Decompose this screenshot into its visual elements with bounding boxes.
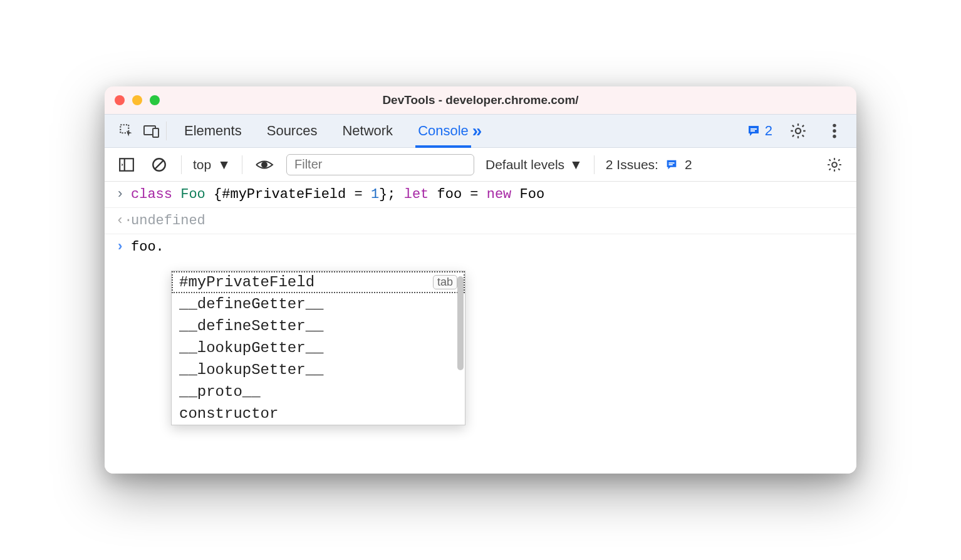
settings-gear-icon[interactable] xyxy=(787,120,809,142)
console-line: ‹·undefined xyxy=(105,208,856,234)
console-output: ›class Foo {#myPrivateField = 1}; let fo… xyxy=(105,182,856,474)
issues-summary[interactable]: 2 Issues: 2 xyxy=(606,157,692,172)
svg-point-13 xyxy=(262,162,267,167)
autocomplete-item-label: __lookupGetter__ xyxy=(179,340,323,356)
log-levels-selector[interactable]: Default levels ▼ xyxy=(486,157,583,172)
scope-label: top xyxy=(193,157,211,172)
chevron-down-icon: ▼ xyxy=(217,157,231,172)
tab-sources[interactable]: Sources xyxy=(267,115,318,147)
issues-label: 2 Issues: xyxy=(606,157,658,172)
more-options-icon[interactable] xyxy=(824,120,845,142)
tab-elements[interactable]: Elements xyxy=(184,115,242,147)
autocomplete-popup: #myPrivateFieldtab__defineGetter____defi… xyxy=(171,271,465,425)
svg-rect-15 xyxy=(668,164,672,165)
svg-point-8 xyxy=(833,135,836,138)
svg-rect-3 xyxy=(751,128,757,130)
console-line-content: class Foo {#myPrivateField = 1}; let foo… xyxy=(131,187,544,202)
autocomplete-item-label: __defineSetter__ xyxy=(179,318,323,334)
messages-count: 2 xyxy=(765,123,772,139)
toolbar-divider xyxy=(594,155,595,174)
panel-tabs: ElementsSourcesNetworkConsole xyxy=(184,115,469,147)
issues-count: 2 xyxy=(685,157,692,172)
issues-icon xyxy=(665,158,678,172)
window-title: DevTools - developer.chrome.com/ xyxy=(105,93,856,107)
autocomplete-item-label: #myPrivateField xyxy=(179,274,314,291)
autocomplete-item-label: __proto__ xyxy=(179,383,261,400)
filter-input[interactable] xyxy=(286,154,474,175)
execution-context-selector[interactable]: top ▼ xyxy=(193,157,231,172)
console-toolbar: top ▼ Default levels ▼ 2 Issues: 2 xyxy=(105,148,856,182)
svg-point-7 xyxy=(833,129,836,132)
more-tabs-button[interactable]: » xyxy=(472,121,482,141)
svg-rect-2 xyxy=(153,128,158,137)
live-expression-eye-icon[interactable] xyxy=(254,154,275,175)
toolbar-divider xyxy=(242,155,242,174)
levels-label: Default levels xyxy=(486,157,564,172)
autocomplete-item[interactable]: constructor xyxy=(172,403,465,425)
svg-line-12 xyxy=(155,160,164,169)
autocomplete-scrollbar[interactable] xyxy=(457,276,464,370)
autocomplete-item[interactable]: __lookupGetter__ xyxy=(172,337,465,359)
autocomplete-item[interactable]: __defineSetter__ xyxy=(172,315,465,337)
console-line-content[interactable]: foo. xyxy=(131,239,164,255)
console-settings-gear-icon[interactable] xyxy=(824,154,845,175)
chevron-down-icon: ▼ xyxy=(569,157,583,172)
svg-point-6 xyxy=(833,124,836,127)
autocomplete-item[interactable]: #myPrivateFieldtab xyxy=(172,271,465,293)
autocomplete-item-label: __defineGetter__ xyxy=(179,296,323,313)
device-toolbar-icon[interactable] xyxy=(141,120,162,142)
main-toolbar: ElementsSourcesNetworkConsole » 2 xyxy=(105,114,856,148)
tab-console[interactable]: Console xyxy=(418,115,469,147)
autocomplete-item[interactable]: __defineGetter__ xyxy=(172,293,465,315)
input-prompt-icon: › xyxy=(116,239,131,255)
toolbar-divider xyxy=(166,122,167,140)
console-line: ›foo. xyxy=(105,234,856,260)
autocomplete-item-label: constructor xyxy=(179,405,278,422)
svg-rect-4 xyxy=(751,130,755,132)
output-prompt-icon: ‹· xyxy=(116,213,131,229)
toggle-sidebar-icon[interactable] xyxy=(116,154,137,175)
svg-point-16 xyxy=(832,162,837,167)
titlebar: DevTools - developer.chrome.com/ xyxy=(105,86,856,114)
tab-hint-badge: tab xyxy=(433,275,457,289)
svg-rect-14 xyxy=(668,162,674,163)
inspect-element-icon[interactable] xyxy=(116,120,137,142)
console-line: ›class Foo {#myPrivateField = 1}; let fo… xyxy=(105,182,856,208)
autocomplete-item[interactable]: __lookupSetter__ xyxy=(172,359,465,381)
input-prompt-icon: › xyxy=(116,187,131,202)
messages-badge[interactable]: 2 xyxy=(746,123,772,139)
svg-point-5 xyxy=(796,128,801,133)
console-line-content: undefined xyxy=(131,213,205,229)
toolbar-divider xyxy=(181,155,182,174)
autocomplete-item-label: __lookupSetter__ xyxy=(179,361,323,378)
autocomplete-item[interactable]: __proto__ xyxy=(172,381,465,403)
clear-console-icon[interactable] xyxy=(148,154,170,175)
tab-network[interactable]: Network xyxy=(342,115,393,147)
devtools-window: DevTools - developer.chrome.com/ Element… xyxy=(105,86,856,474)
